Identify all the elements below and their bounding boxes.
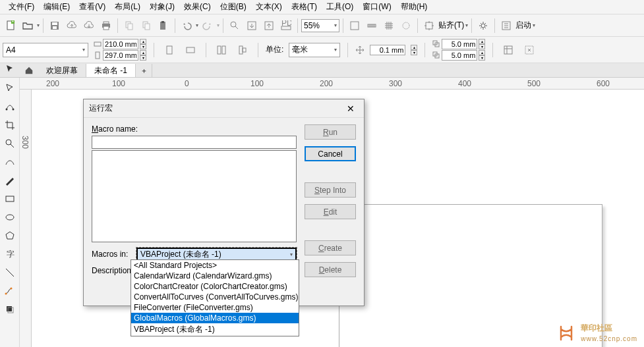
all-pages-button[interactable] xyxy=(214,42,229,58)
macros-in-dropdown[interactable]: <All Standard Projects> CalendarWizard (… xyxy=(131,259,299,336)
freehand-tool[interactable] xyxy=(2,154,18,170)
fullscreen-button[interactable] xyxy=(347,18,363,34)
zoom-combo[interactable]: 55%▾ xyxy=(301,19,339,32)
crop-tool[interactable] xyxy=(2,117,18,133)
delete-button[interactable]: Delete xyxy=(305,262,356,277)
undo-dropdown-icon[interactable]: ▾ xyxy=(196,22,198,28)
export-button[interactable] xyxy=(261,18,277,34)
options-button[interactable] xyxy=(475,18,491,34)
new-button[interactable] xyxy=(3,18,18,34)
page-height-input[interactable] xyxy=(103,50,138,61)
page-width-input[interactable] xyxy=(103,39,138,49)
close-button[interactable]: ✕ xyxy=(343,102,359,115)
dropdown-option-selected[interactable]: GlobalMacros (GlobalMacros.gms) xyxy=(131,313,299,323)
drop-shadow-tool[interactable] xyxy=(2,302,18,317)
dup-y-input[interactable] xyxy=(442,50,477,61)
pick-tool[interactable] xyxy=(2,80,18,96)
nudge-spinner[interactable]: ▴▾ xyxy=(411,45,417,55)
dropdown-option[interactable]: ConvertAllToCurves (ConvertAllToCurves.g… xyxy=(131,292,299,302)
cloud-upload-button[interactable] xyxy=(64,18,80,34)
launch-dropdown-icon[interactable]: ▾ xyxy=(533,22,535,28)
run-button[interactable]: Run xyxy=(305,124,356,140)
treat-as-filled-button[interactable] xyxy=(500,42,516,58)
import-button[interactable] xyxy=(244,18,260,34)
launch-button[interactable] xyxy=(498,18,514,34)
grid-button[interactable] xyxy=(381,18,397,34)
artistic-media-tool[interactable] xyxy=(2,173,18,188)
width-icon xyxy=(94,40,102,48)
dup-x-spinner[interactable]: ▴▾ xyxy=(479,39,485,49)
cut-button[interactable] xyxy=(138,18,154,34)
polygon-tool[interactable] xyxy=(2,228,18,244)
undo-button[interactable] xyxy=(179,18,194,34)
dup-y-spinner[interactable]: ▴▾ xyxy=(479,50,485,61)
text-tool[interactable]: 字 xyxy=(2,246,18,262)
svg-rect-22 xyxy=(426,22,432,29)
open-dropdown-icon[interactable]: ▾ xyxy=(37,22,40,28)
pick-tool-tabstrip[interactable] xyxy=(2,61,18,77)
cloud-download-button[interactable] xyxy=(81,18,97,34)
connector-tool[interactable] xyxy=(2,283,18,299)
snap-dropdown-icon[interactable]: ▾ xyxy=(465,22,468,28)
search-button[interactable] xyxy=(227,18,243,34)
menu-layout[interactable]: 布局(L) xyxy=(110,1,145,13)
edit-button[interactable]: Edit xyxy=(305,204,356,219)
ellipse-tool[interactable] xyxy=(2,209,18,225)
cancel-button[interactable]: Cancel xyxy=(305,146,356,161)
menu-view[interactable]: 查看(V) xyxy=(74,1,110,13)
rectangle-tool[interactable] xyxy=(2,191,18,207)
dimension-tool[interactable] xyxy=(2,265,18,280)
macros-in-combo[interactable]: VBAProject (未命名 -1)▾ xyxy=(136,248,297,261)
height-spinner[interactable]: ▴▾ xyxy=(140,50,146,61)
menu-effects[interactable]: 效果(C) xyxy=(179,1,216,13)
snap-label[interactable]: 贴齐(T) xyxy=(438,20,464,31)
copy-button[interactable] xyxy=(121,18,137,34)
dropdown-option[interactable]: FileConverter (FileConverter.gms) xyxy=(131,302,299,313)
menu-edit[interactable]: 编辑(E) xyxy=(39,1,74,13)
menu-window[interactable]: 窗口(W) xyxy=(358,1,395,13)
dup-y-icon xyxy=(432,51,440,59)
dropdown-option[interactable]: ColorChartCreator (ColorChartCreator.gms… xyxy=(131,281,299,292)
save-button[interactable] xyxy=(47,18,63,34)
menu-help[interactable]: 帮助(H) xyxy=(396,1,432,13)
menu-object[interactable]: 对象(J) xyxy=(145,1,179,13)
rulers-button[interactable] xyxy=(364,18,380,34)
guides-button[interactable] xyxy=(398,18,414,34)
tab-welcome[interactable]: 欢迎屏幕 xyxy=(38,64,86,77)
menu-tools[interactable]: 工具(O) xyxy=(322,1,358,13)
redo-button[interactable] xyxy=(200,18,216,34)
macro-name-input[interactable] xyxy=(92,136,297,149)
tab-add-button[interactable]: ＋ xyxy=(136,64,152,77)
print-button[interactable] xyxy=(98,18,114,34)
page-size-combo[interactable]: A4▾ xyxy=(3,43,88,57)
dialog-titlebar[interactable]: 运行宏 ✕ xyxy=(84,99,364,118)
units-combo[interactable]: 毫米▾ xyxy=(289,43,340,57)
snap-toggle-button[interactable] xyxy=(421,18,437,34)
width-spinner[interactable]: ▴▾ xyxy=(140,39,146,49)
paste-button[interactable] xyxy=(156,18,171,34)
dropdown-option[interactable]: VBAProject (未命名 -1) xyxy=(131,323,299,336)
bounding-box-button[interactable] xyxy=(521,42,537,58)
menu-file[interactable]: 文件(F) xyxy=(4,1,39,13)
step-into-button[interactable]: Step Into xyxy=(305,182,356,198)
current-page-button[interactable] xyxy=(235,42,250,58)
macro-list[interactable] xyxy=(92,150,297,242)
zoom-tool[interactable] xyxy=(2,136,18,151)
launch-label[interactable]: 启动 xyxy=(515,20,531,31)
pdf-button[interactable]: PDF xyxy=(278,18,294,34)
open-button[interactable] xyxy=(20,18,36,34)
menu-bitmap[interactable]: 位图(B) xyxy=(216,1,251,13)
tab-document[interactable]: 未命名 -1 xyxy=(86,64,136,77)
home-button[interactable] xyxy=(22,64,36,77)
menu-table[interactable]: 表格(T) xyxy=(287,1,322,13)
dup-x-input[interactable] xyxy=(442,39,477,49)
redo-dropdown-icon[interactable]: ▾ xyxy=(217,22,220,28)
nudge-input[interactable] xyxy=(370,45,405,55)
shape-tool[interactable] xyxy=(2,99,18,115)
dropdown-option[interactable]: CalendarWizard (CalendarWizard.gms) xyxy=(131,271,299,281)
create-button[interactable]: Create xyxy=(305,240,356,255)
landscape-button[interactable] xyxy=(183,42,198,58)
portrait-button[interactable] xyxy=(161,42,177,58)
dropdown-option[interactable]: <All Standard Projects> xyxy=(131,260,299,271)
menu-text[interactable]: 文本(X) xyxy=(251,1,287,13)
